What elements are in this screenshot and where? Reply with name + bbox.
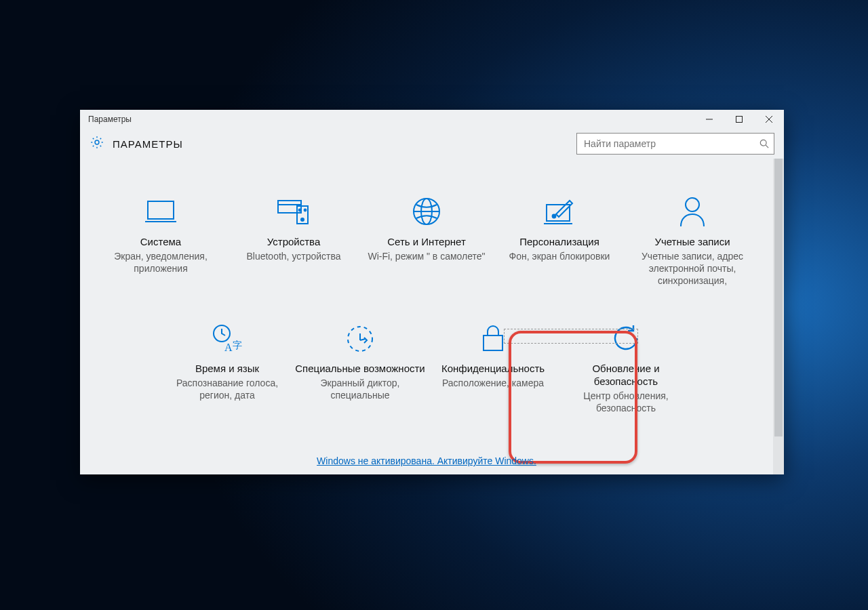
tile-time-language[interactable]: A 字 Время и язык Распознавание голоса, р… (161, 318, 294, 414)
settings-window: Параметры ПАРАМЕТРЫ (80, 110, 784, 474)
tile-desc: Wi-Fi, режим " в самолете" (360, 250, 493, 262)
svg-text:字: 字 (233, 340, 242, 350)
tile-desc: Распознавание голоса, регион, дата (161, 377, 294, 401)
tile-ease-of-access[interactable]: Специальные возможности Экранный диктор,… (294, 318, 427, 414)
update-icon (559, 318, 692, 359)
svg-point-12 (301, 218, 304, 221)
tile-desc: Расположение, камера (427, 377, 559, 389)
svg-point-20 (553, 215, 556, 218)
search-input[interactable] (577, 138, 755, 149)
tile-system[interactable]: Система Экран, уведомления, приложения (94, 191, 227, 287)
svg-point-4 (95, 140, 99, 144)
tile-title: Сеть и Интернет (360, 236, 493, 249)
gear-icon (90, 135, 104, 152)
tile-title: Специальные возможности (294, 363, 427, 375)
person-icon (626, 191, 759, 232)
tile-privacy[interactable]: Конфиденциальность Расположение, камера (427, 318, 559, 414)
tile-accounts[interactable]: Учетные записи Учетные записи, адрес эле… (626, 191, 759, 287)
svg-rect-1 (736, 117, 743, 123)
close-button[interactable] (754, 110, 784, 129)
svg-text:A: A (224, 342, 233, 353)
activation-footer: Windows не активирована. Активируйте Win… (80, 455, 773, 466)
svg-point-21 (686, 198, 699, 211)
tile-desc: Экранный диктор, специальные (294, 377, 427, 401)
lock-icon (427, 318, 559, 359)
globe-icon (360, 191, 493, 232)
svg-rect-26 (484, 336, 502, 350)
devices-icon (227, 191, 360, 232)
svg-point-14 (304, 209, 307, 211)
display-icon (94, 191, 227, 232)
window-controls (694, 110, 784, 129)
search-icon[interactable] (755, 139, 774, 148)
tile-title: Время и язык (161, 363, 294, 375)
tile-title: Учетные записи (626, 236, 759, 249)
page-title: ПАРАМЕТРЫ (113, 138, 568, 150)
header: ПАРАМЕТРЫ (80, 129, 784, 159)
tile-title: Система (94, 236, 227, 249)
svg-point-5 (760, 140, 766, 146)
content-area: Система Экран, уведомления, приложения У… (80, 159, 784, 474)
window-title: Параметры (88, 115, 132, 124)
svg-line-6 (766, 145, 768, 148)
tile-update-security[interactable]: Обновление и безопасность Центр обновлен… (559, 318, 692, 414)
tile-network[interactable]: Сеть и Интернет Wi-Fi, режим " в самолет… (360, 191, 493, 287)
tile-personalization[interactable]: Персонализация Фон, экран блокировки (493, 191, 626, 287)
tile-title: Конфиденциальность (427, 363, 559, 375)
activation-link[interactable]: Windows не активирована. Активируйте Win… (317, 455, 536, 466)
scrollbar-thumb[interactable] (774, 159, 783, 436)
tile-desc: Центр обновления, безопасность (559, 390, 692, 414)
tile-desc: Учетные записи, адрес электронной почты,… (626, 250, 759, 287)
tile-title: Устройства (227, 236, 360, 249)
tile-title: Персонализация (493, 236, 626, 249)
ease-of-access-icon (294, 318, 427, 359)
settings-grid: Система Экран, уведомления, приложения У… (80, 159, 773, 474)
minimize-button[interactable] (694, 110, 724, 129)
tile-desc: Экран, уведомления, приложения (94, 250, 227, 274)
tile-desc: Фон, экран блокировки (493, 250, 626, 262)
svg-point-13 (299, 209, 301, 211)
time-language-icon: A 字 (161, 318, 294, 359)
search-box[interactable] (576, 133, 774, 155)
tile-desc: Bluetooth, устройства (227, 250, 360, 262)
maximize-button[interactable] (724, 110, 754, 129)
svg-rect-7 (148, 201, 174, 219)
tile-title: Обновление и безопасность (559, 363, 692, 388)
tile-devices[interactable]: Устройства Bluetooth, устройства (227, 191, 360, 287)
scrollbar[interactable] (773, 159, 784, 474)
paint-icon (493, 191, 626, 232)
titlebar[interactable]: Параметры (80, 110, 784, 129)
